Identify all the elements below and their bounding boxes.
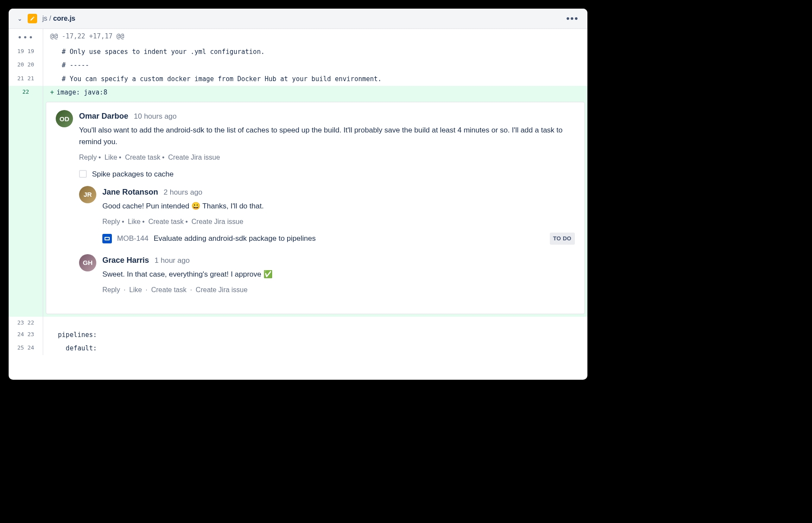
comment: GH Grace Harris 1 hour ago Sweet. In tha… [79,254,575,301]
like-link[interactable]: Like [128,218,140,225]
reply-link[interactable]: Reply [102,218,120,225]
create-jira-link[interactable]: Create Jira issue [196,286,247,293]
comment-author[interactable]: Grace Harris [102,256,149,265]
comment-body: Good cache! Pun intended 😀 Thanks, I'll … [102,200,575,212]
line-number: 25 24 [9,342,43,355]
like-link[interactable]: Like [105,154,117,161]
comment-body: You'll also want to add the android-sdk … [79,124,575,148]
comment-timestamp: 10 hours ago [134,112,177,120]
create-jira-link[interactable]: Create Jira issue [191,218,243,225]
comment-author[interactable]: Omar Darboe [79,112,128,120]
code-line: pipelines: [43,328,587,342]
line-number: 19 19 [9,45,43,59]
code-line: # You can specify a custom docker image … [43,72,587,86]
create-task-link[interactable]: Create task [151,286,187,293]
avatar[interactable]: GH [79,254,96,271]
line-number: 20 20 [9,59,43,72]
comment-thread: OD Omar Darboe 10 hours ago You'll also … [46,102,585,314]
comment-actions: Reply• Like• Create task• Create Jira is… [79,152,575,163]
create-task-link[interactable]: Create task [148,218,184,225]
code-line: default: [43,342,587,355]
diff-view: ••• @@ -17,22 +17,17 @@ 19 19 # Only use… [9,29,587,355]
reply-link[interactable]: Reply [79,154,97,161]
jira-issue-link[interactable]: MOB-144 Evaluate adding android-sdk pack… [102,233,575,245]
jira-summary: Evaluate adding android-sdk package to p… [154,233,316,244]
like-link[interactable]: Like [129,286,142,293]
collapse-icon[interactable]: ⌄ [17,15,22,22]
comment: OD Omar Darboe 10 hours ago You'll also … [56,110,575,304]
comment-timestamp: 1 hour ago [155,256,190,265]
line-number: 23 22 [9,317,43,328]
hunk-expand[interactable]: ••• [9,29,43,45]
avatar[interactable]: JR [79,186,96,203]
code-line-added: +image: java:8 [43,86,587,99]
avatar[interactable]: OD [56,110,73,127]
line-number-added: 22 [9,86,43,99]
jira-icon [102,234,112,243]
hunk-header: @@ -17,22 +17,17 @@ [43,29,587,45]
line-number: 21 21 [9,72,43,86]
task-item: Spike packages to cache [79,168,575,180]
reply-link[interactable]: Reply [102,286,120,293]
task-label: Spike packages to cache [92,168,174,180]
diff-window: ⌄ js / core.js ••• ••• @@ -17,22 +17,17 … [9,9,587,380]
create-task-link[interactable]: Create task [125,154,160,161]
comment-author[interactable]: Jane Rotanson [102,188,158,196]
more-actions-icon[interactable]: ••• [566,13,579,24]
create-jira-link[interactable]: Create Jira issue [168,154,220,161]
comment-timestamp: 2 hours ago [164,188,203,196]
line-number: 24 23 [9,328,43,342]
code-line [43,317,587,328]
file-header: ⌄ js / core.js ••• [9,9,587,29]
path-filename[interactable]: core.js [53,15,76,22]
jira-status-badge: TO DO [550,233,575,245]
comment-body: Sweet. In that case, everything's great!… [102,268,575,280]
comment: JR Jane Rotanson 2 hours ago Good cache!… [79,186,575,251]
code-line: # Only use spaces to indent your .yml co… [43,45,587,59]
thread-container: OD Omar Darboe 10 hours ago You'll also … [43,99,587,317]
file-modified-icon [28,14,37,23]
thread-gutter [9,99,43,317]
code-line: # ----- [43,59,587,72]
comment-actions: Reply• Like• Create task• Create Jira is… [102,216,575,227]
comment-actions: Reply · Like · Create task · Create Jira… [102,284,575,296]
path-directory[interactable]: js [42,15,48,22]
task-checkbox[interactable] [79,170,87,178]
jira-key: MOB-144 [117,233,149,244]
